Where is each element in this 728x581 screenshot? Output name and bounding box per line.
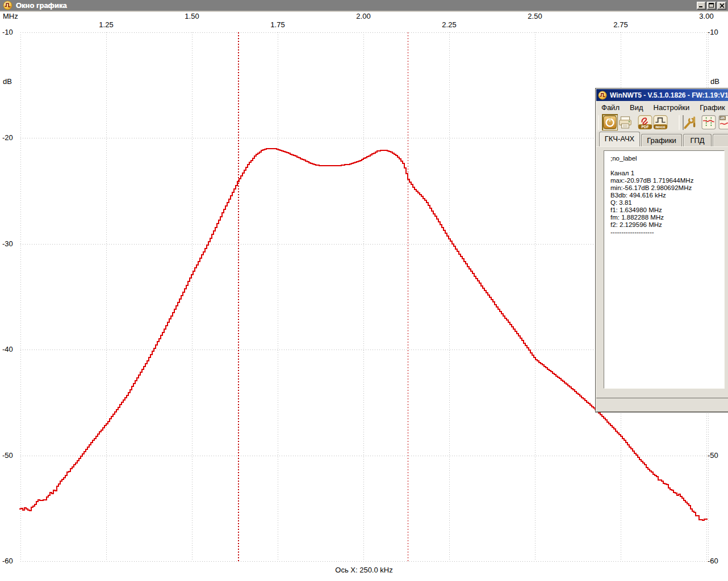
- x-tick-label: 1.50: [185, 12, 199, 20]
- nwt-logo-icon: [3, 1, 12, 10]
- info-line-3: Канал 1: [610, 170, 724, 177]
- winnwt5-title: WinNWT5 - V.5.1.0.1826 - FW:1.19:V10: [610, 91, 728, 99]
- info-line-9: fm: 1.882288 MHz: [610, 214, 724, 221]
- app-content: ;no_label Канал 1max:-20.97dB 1.719644MH…: [596, 146, 728, 398]
- minimize-button[interactable]: [697, 2, 706, 10]
- menu-item-4[interactable]: График: [694, 102, 728, 113]
- y-tick-label-left: -60: [2, 557, 13, 565]
- info-line-1: ;no_label: [610, 155, 724, 162]
- y-tick-label-right: -10: [708, 28, 718, 36]
- x-axis-caption: Ось X: 250.0 kHz: [0, 566, 728, 574]
- y-tick-label-left: -40: [2, 345, 13, 353]
- x-unit-label: MHz: [3, 12, 18, 20]
- status-bar: [596, 399, 728, 411]
- tab-1[interactable]: ГКЧ-АЧХ: [599, 132, 640, 146]
- db-label: dB: [721, 116, 726, 120]
- menu-item-3[interactable]: Настройки: [648, 102, 695, 113]
- y-unit-label-left: dB: [3, 77, 12, 86]
- y-tick-label-left: -50: [2, 451, 13, 460]
- settings-button[interactable]: [683, 115, 697, 130]
- printer-icon: [618, 115, 633, 130]
- winnwt5-window: WinNWT5 - V.5.1.0.1826 - FW:1.19:V10 Фай…: [595, 88, 728, 412]
- info-line-4: max:-20.97dB 1.719644MHz: [610, 177, 724, 184]
- y-unit-label-right: dB: [710, 77, 719, 86]
- y-tick-label-right: -50: [708, 451, 718, 460]
- info-line-11: --------------------: [610, 229, 724, 236]
- winnwt5-titlebar[interactable]: WinNWT5 - V.5.1.0.1826 - FW:1.19:V10: [596, 89, 728, 101]
- image-icon: IMAGE: [653, 115, 668, 130]
- info-line-2: [610, 162, 724, 170]
- x-tick-label: 2.25: [442, 20, 456, 29]
- maximize-icon: [709, 3, 714, 8]
- x-tick-label: 3.00: [699, 12, 713, 20]
- y-tick-label-left: -30: [2, 239, 13, 248]
- export-image-button[interactable]: IMAGE: [653, 115, 668, 130]
- pdf-label: PDF: [642, 125, 649, 129]
- x-tick-label: 2.50: [528, 12, 542, 20]
- graph-markers-icon: [701, 115, 716, 130]
- minimize-icon: [698, 3, 704, 8]
- graph-markers-button[interactable]: [701, 115, 716, 130]
- image-label: IMAGE: [655, 125, 666, 129]
- y-tick-label-left: -20: [2, 133, 13, 142]
- print-button[interactable]: [618, 115, 633, 130]
- info-line-6: B3db: 494.616 kHz: [610, 192, 724, 199]
- x-tick-label: 2.00: [356, 12, 370, 20]
- info-line-5: min:-56.17dB 2.980692MHz: [610, 184, 724, 192]
- graph-window-title: Окно графика: [16, 1, 67, 10]
- pdf-icon: PDF: [638, 115, 652, 130]
- menu-bar: ФайлВидНастройкиГрафикГКЧ: [596, 101, 728, 113]
- tab-2[interactable]: Графики: [641, 134, 682, 146]
- x-tick-label: 2.75: [613, 20, 627, 29]
- power-button[interactable]: [602, 114, 618, 130]
- measurement-info-box[interactable]: ;no_label Канал 1max:-20.97dB 1.719644MH…: [604, 150, 725, 389]
- tab-bar: ГКЧ-АЧХГрафикиГПДВатт: [596, 132, 728, 146]
- close-button[interactable]: [717, 2, 726, 10]
- window-controls: [696, 2, 726, 10]
- export-pdf-button[interactable]: PDF: [638, 115, 652, 130]
- y-tick-label-right: -60: [708, 557, 718, 565]
- info-line-8: f1: 1.634980 MHz: [610, 207, 724, 214]
- menu-item-1[interactable]: Файл: [596, 102, 625, 113]
- maximize-button[interactable]: [707, 2, 716, 10]
- info-line-7: Q: 3.81: [610, 199, 724, 207]
- graph-window-titlebar: Окно графика: [0, 0, 728, 11]
- toolbar: PDF IMAGE: [596, 113, 728, 132]
- y-tick-label-left: -10: [2, 28, 13, 36]
- tab-4[interactable]: Ватт: [713, 134, 728, 146]
- tools-icon: [683, 115, 697, 130]
- x-tick-label: 1.75: [270, 20, 284, 29]
- graph-db-button[interactable]: dB: [718, 115, 728, 130]
- graph-db-icon: dB: [718, 115, 728, 130]
- menu-item-2[interactable]: Вид: [625, 102, 648, 113]
- info-line-10: f2: 2.129596 MHz: [610, 221, 724, 229]
- x-tick-label: 1.25: [99, 20, 113, 29]
- power-icon: [603, 115, 617, 130]
- tab-3[interactable]: ГПД: [683, 134, 712, 146]
- nwt-logo-icon: [598, 91, 607, 100]
- close-icon: [719, 3, 725, 8]
